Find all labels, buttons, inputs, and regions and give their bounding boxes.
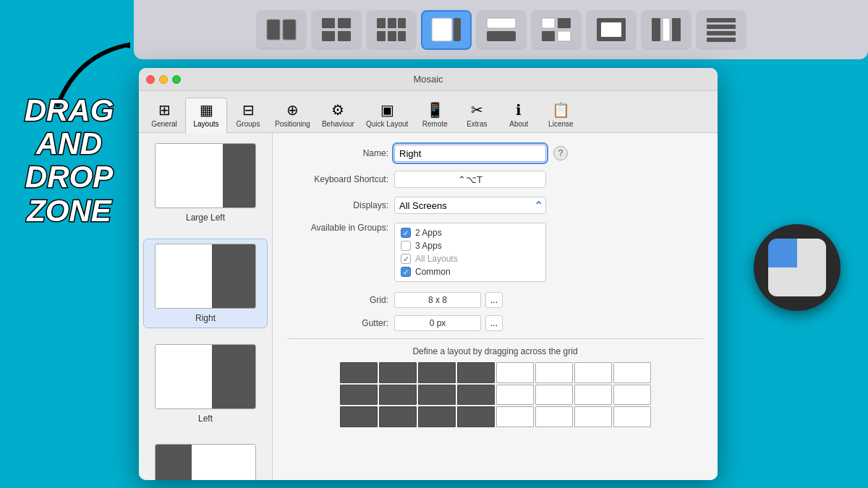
checkbox-3apps[interactable] — [401, 241, 411, 251]
group-item-2apps[interactable]: ✓ 2 Apps — [401, 228, 540, 238]
svg-rect-5 — [322, 31, 335, 41]
layout-item-right[interactable]: Right — [143, 239, 268, 328]
about-icon: ℹ — [516, 101, 522, 119]
mosaic-logo-inner — [768, 239, 826, 296]
grid-dots-button[interactable]: ... — [485, 292, 503, 308]
grid-cell-22[interactable] — [574, 406, 612, 427]
grid-cell-2[interactable] — [418, 362, 456, 383]
group-item-3apps[interactable]: 3 Apps — [401, 241, 540, 251]
toolbar-layout-5[interactable] — [476, 10, 527, 50]
layout-label-large-left: Large Left — [186, 213, 225, 223]
grid-cell-7[interactable] — [613, 362, 651, 383]
toolbar-layout-1[interactable] — [256, 10, 307, 50]
grid-cell-14[interactable] — [574, 385, 612, 406]
tab-groups[interactable]: ⊟ Groups — [227, 98, 269, 132]
tab-layouts[interactable]: ▦ Layouts — [185, 98, 227, 133]
tab-general-label: General — [151, 120, 177, 128]
name-input[interactable] — [394, 145, 546, 162]
tab-license[interactable]: 📋 License — [540, 98, 582, 132]
tab-about[interactable]: ℹ About — [498, 98, 540, 132]
fullscreen-button[interactable] — [172, 75, 181, 84]
grid-cell-3[interactable] — [457, 362, 495, 383]
tab-positioning[interactable]: ⊕ Positioning — [269, 98, 316, 132]
grid-cell-23[interactable] — [613, 406, 651, 427]
grid-cell-8[interactable] — [340, 385, 378, 406]
layout-preview-4 — [155, 444, 256, 480]
mosaic-logo — [754, 224, 841, 311]
grid-cell-21[interactable] — [535, 406, 573, 427]
svg-rect-14 — [454, 18, 461, 41]
grid-cell-4[interactable] — [496, 362, 534, 383]
tab-positioning-label: Positioning — [275, 120, 310, 128]
toolbar-layout-3[interactable] — [366, 10, 417, 50]
svg-rect-19 — [542, 31, 555, 41]
tab-quicklayout[interactable]: ▣ Quick Layout — [360, 98, 414, 132]
grid-cell-20[interactable] — [496, 406, 534, 427]
grid-cell-15[interactable] — [613, 385, 651, 406]
layout-preview-large-left — [155, 143, 256, 208]
toolbar-layout-8[interactable] — [641, 10, 692, 50]
shortcut-label: Keyboard Shortcut: — [287, 174, 388, 184]
tab-behaviour[interactable]: ⚙ Behaviour — [316, 98, 360, 132]
svg-rect-9 — [398, 18, 406, 28]
tab-extras[interactable]: ✂ Extras — [456, 98, 498, 132]
toolbar-layout-4[interactable] — [421, 10, 472, 50]
main-form: Name: ? Keyboard Shortcut: ⌃⌥T Displays:… — [273, 133, 718, 480]
layout-item-left[interactable]: Left — [143, 340, 268, 428]
toolbar-layout-9[interactable] — [696, 10, 746, 50]
close-button[interactable] — [146, 75, 155, 84]
right-dark-pane — [212, 244, 255, 308]
checkbox-alllayouts[interactable]: ✓ — [401, 254, 411, 264]
toolbar-layout-2[interactable] — [311, 10, 362, 50]
layout-item-large-left[interactable]: Large Left — [143, 139, 268, 227]
grid-cell-16[interactable] — [340, 406, 378, 427]
groups-label: Available in Groups: — [287, 223, 388, 233]
tab-remote[interactable]: 📱 Remote — [414, 98, 456, 132]
displays-row: Displays: All Screens Main Screen Second… — [287, 197, 703, 214]
grid-cell-17[interactable] — [379, 406, 417, 427]
grid-cell-12[interactable] — [496, 385, 534, 406]
displays-label: Displays: — [287, 200, 388, 210]
quicklayout-icon: ▣ — [380, 101, 394, 119]
layout4-dark-pane — [156, 445, 192, 480]
minimize-button[interactable] — [159, 75, 168, 84]
layout-grid[interactable] — [340, 362, 651, 427]
grid-cell-1[interactable] — [379, 362, 417, 383]
gutter-dots-button[interactable]: ... — [485, 315, 503, 331]
layout-item-4[interactable] — [143, 440, 268, 480]
shortcut-field[interactable]: ⌃⌥T — [394, 171, 546, 188]
tab-license-label: License — [548, 120, 573, 128]
grid-cell-11[interactable] — [457, 385, 495, 406]
grid-cell-6[interactable] — [574, 362, 612, 383]
checkbox-2apps[interactable]: ✓ — [401, 228, 411, 238]
tab-behaviour-label: Behaviour — [322, 120, 354, 128]
grid-cell-19[interactable] — [457, 406, 495, 427]
svg-rect-7 — [377, 18, 386, 28]
help-button[interactable]: ? — [553, 146, 568, 160]
group-item-alllayouts[interactable]: ✓ All Layouts — [401, 254, 540, 264]
grid-cell-13[interactable] — [535, 385, 573, 406]
svg-rect-23 — [652, 18, 660, 41]
group-label-2apps: 2 Apps — [415, 228, 442, 238]
svg-rect-26 — [707, 18, 736, 22]
displays-select-wrap: All Screens Main Screen Secondary Screen… — [394, 197, 546, 214]
tab-general[interactable]: ⊞ General — [143, 98, 185, 132]
tab-layouts-label: Layouts — [193, 120, 218, 128]
grid-cell-5[interactable] — [535, 362, 573, 383]
grid-cell-0[interactable] — [340, 362, 378, 383]
grid-cell-9[interactable] — [379, 385, 417, 406]
content-area: Large Left Right Left — [139, 133, 718, 480]
grid-cell-10[interactable] — [418, 385, 456, 406]
logo-quadrant-bl — [768, 267, 797, 296]
grid-cell-18[interactable] — [418, 406, 456, 427]
toolbar-layout-6[interactable] — [531, 10, 582, 50]
group-item-common[interactable]: ✓ Common — [401, 267, 540, 277]
tab-extras-label: Extras — [467, 120, 487, 128]
toolbar-layout-7[interactable] — [586, 10, 637, 50]
svg-rect-24 — [663, 18, 670, 41]
svg-rect-28 — [707, 31, 736, 35]
displays-select[interactable]: All Screens Main Screen Secondary Screen — [394, 197, 546, 214]
checkbox-common[interactable]: ✓ — [401, 267, 411, 277]
svg-rect-29 — [707, 38, 736, 42]
group-label-alllayouts: All Layouts — [415, 254, 458, 264]
